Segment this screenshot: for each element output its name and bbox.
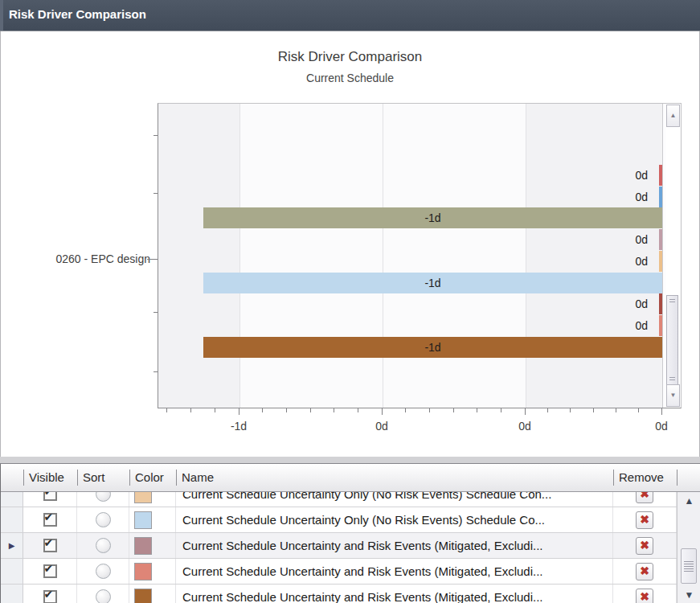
y-axis-category-label: 0260 - EPC design xyxy=(1,251,150,267)
y-axis-tick xyxy=(154,371,158,372)
sort-cell xyxy=(77,507,129,532)
remove-cell: ✖ xyxy=(613,533,677,558)
plot-right-edge xyxy=(662,104,663,408)
color-swatch[interactable] xyxy=(134,589,152,603)
color-cell xyxy=(129,559,176,584)
remove-button[interactable]: ✖ xyxy=(636,511,653,529)
visible-cell: ✔ xyxy=(23,533,77,558)
remove-cell: ✖ xyxy=(613,559,677,584)
color-swatch[interactable] xyxy=(134,563,152,580)
row-indicator-cell xyxy=(1,492,23,507)
sort-radio[interactable] xyxy=(96,589,111,603)
bar-value-label: 0d xyxy=(635,293,648,314)
chart-bar xyxy=(659,251,663,272)
column-header-remove[interactable]: Remove xyxy=(613,464,677,491)
table-row[interactable]: ✔Current Schedule Uncertainty and Risk E… xyxy=(1,559,677,585)
panel-title: Risk Driver Comparison xyxy=(9,7,146,21)
scroll-up-icon[interactable]: ▲ xyxy=(666,105,680,127)
chart-bar xyxy=(659,187,663,207)
color-swatch[interactable] xyxy=(134,511,152,529)
x-axis-tick xyxy=(310,408,311,412)
bar-value-label: 0d xyxy=(635,251,648,272)
sort-radio[interactable] xyxy=(96,564,111,579)
visible-cell: ✔ xyxy=(23,585,77,603)
x-axis-tick xyxy=(262,408,263,412)
table-row[interactable]: ✔Current Schedule Uncertainty and Risk E… xyxy=(1,585,677,603)
risk-driver-comparison-window: Risk Driver Comparison Risk Driver Compa… xyxy=(0,0,700,603)
remove-cell: ✖ xyxy=(613,507,677,532)
remove-button[interactable]: ✖ xyxy=(636,563,653,580)
sort-radio[interactable] xyxy=(96,512,111,527)
x-axis-tick xyxy=(501,408,501,412)
chart-bar xyxy=(659,165,663,186)
visible-checkbox[interactable]: ✔ xyxy=(43,513,57,527)
row-indicator-cell: ▶ xyxy=(1,533,23,558)
sort-radio[interactable] xyxy=(96,492,111,502)
sort-cell xyxy=(77,559,129,584)
x-axis-tick xyxy=(382,408,383,415)
panel-titlebar: Risk Driver Comparison xyxy=(0,0,700,31)
table-scrollbar-thumb[interactable] xyxy=(681,548,697,584)
check-icon: ✔ xyxy=(44,588,54,601)
x-axis-tick xyxy=(239,408,239,415)
chart-scrollbar-thumb[interactable] xyxy=(666,295,678,385)
column-header-visible[interactable]: Visible xyxy=(23,464,77,491)
color-cell xyxy=(129,585,176,603)
x-axis-tick xyxy=(570,408,571,412)
table-row[interactable]: ✔Current Schedule Uncertainty Only (No R… xyxy=(1,507,677,533)
column-header-name[interactable]: Name xyxy=(176,464,613,491)
sort-radio[interactable] xyxy=(96,538,111,553)
x-axis-tick xyxy=(453,408,454,412)
column-header-sort[interactable]: Sort xyxy=(77,464,129,491)
x-axis-tick-label: 0d xyxy=(501,420,549,433)
remove-button[interactable]: ✖ xyxy=(636,492,653,503)
x-axis-tick xyxy=(429,408,430,412)
check-icon: ✔ xyxy=(44,536,54,549)
sort-cell xyxy=(77,585,129,603)
x-axis-tick xyxy=(525,408,526,415)
bar-value-label: 0d xyxy=(635,165,648,186)
remove-button[interactable]: ✖ xyxy=(636,589,653,603)
table-vertical-scrollbar[interactable]: ▲ ▼ xyxy=(677,492,700,603)
column-header-corner xyxy=(1,464,23,491)
bar-value-label: 0d xyxy=(635,229,648,250)
bar-value-label: -1d xyxy=(203,207,662,228)
x-axis-tick xyxy=(477,408,477,412)
row-name: Current Schedule Uncertainty and Risk Ev… xyxy=(176,533,613,558)
visible-checkbox[interactable]: ✔ xyxy=(43,492,57,501)
table-body: ✔Current Schedule Uncertainty Only (No R… xyxy=(1,492,677,603)
color-swatch[interactable] xyxy=(134,537,152,555)
remove-button[interactable]: ✖ xyxy=(636,537,653,555)
color-cell xyxy=(129,533,176,558)
visible-checkbox[interactable]: ✔ xyxy=(43,564,57,578)
chart-title: Risk Driver Comparison xyxy=(1,49,699,65)
panel-divider xyxy=(0,457,700,464)
table-row[interactable]: ▶✔Current Schedule Uncertainty and Risk … xyxy=(1,533,677,559)
visible-checkbox[interactable]: ✔ xyxy=(43,590,57,603)
x-axis-tick xyxy=(547,408,548,412)
column-header-color[interactable]: Color xyxy=(129,464,176,491)
visible-cell: ✔ xyxy=(23,559,77,584)
plot-bars-area: 0d0d-1d0d0d-1d0d0d-1d xyxy=(158,104,662,408)
visible-cell: ✔ xyxy=(23,492,77,507)
scroll-up-icon[interactable]: ▲ xyxy=(677,495,700,507)
remove-cell: ✖ xyxy=(613,492,677,507)
table-row[interactable]: ✔Current Schedule Uncertainty Only (No R… xyxy=(1,492,677,507)
row-indicator-cell xyxy=(1,585,23,603)
x-axis-tick xyxy=(638,408,639,412)
chart-bar xyxy=(659,293,663,314)
scroll-down-icon[interactable]: ▼ xyxy=(677,589,700,601)
color-swatch[interactable] xyxy=(134,492,152,503)
x-axis-tick xyxy=(215,408,215,412)
row-name: Current Schedule Uncertainty Only (No Ri… xyxy=(176,507,613,532)
row-name: Current Schedule Uncertainty Only (No Ri… xyxy=(176,492,613,507)
color-cell xyxy=(129,492,176,507)
scroll-down-icon[interactable]: ▼ xyxy=(666,384,680,407)
column-header-scroll xyxy=(677,464,700,491)
check-icon: ✔ xyxy=(44,562,54,575)
chart-vertical-scrollbar[interactable]: ▲ ▼ xyxy=(666,105,680,407)
bar-value-label: -1d xyxy=(203,337,662,358)
visible-checkbox[interactable]: ✔ xyxy=(43,539,57,552)
bar-value-label: 0d xyxy=(635,315,648,336)
plot-area: 0d0d-1d0d0d-1d0d0d-1d ▲ ▼ xyxy=(158,103,682,408)
